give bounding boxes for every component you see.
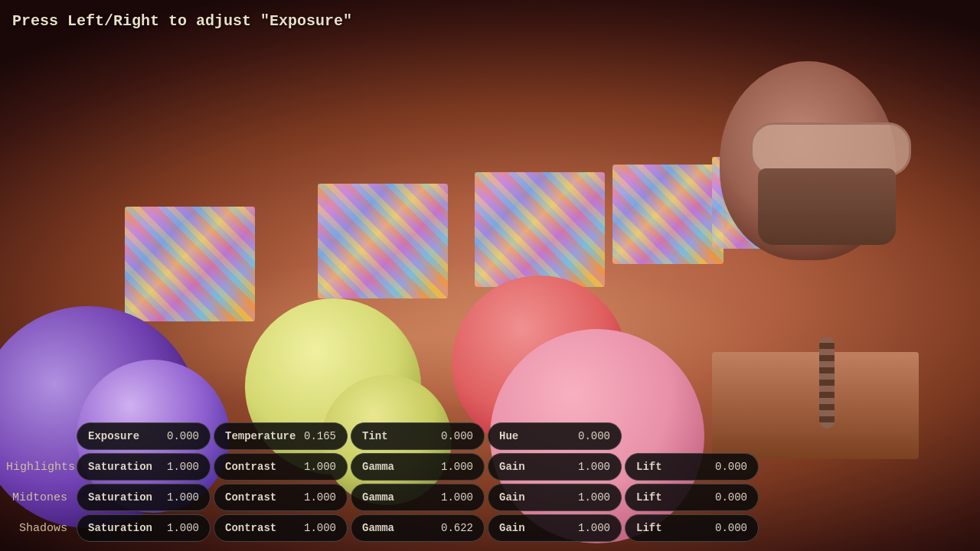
row-label-highlights: Highlights [6, 461, 74, 474]
dynamic-rows: HighlightsSaturation1.000Contrast1.000Ga… [6, 453, 974, 542]
shadows-gamma-label: Gamma [362, 522, 435, 534]
instruction-text: Press Left/Right to adjust "Exposure" [12, 12, 352, 30]
midtones-contrast-value: 1.000 [298, 491, 336, 504]
mannequin [697, 61, 934, 459]
field-highlights-saturation[interactable]: Saturation1.000 [77, 453, 211, 481]
midtones-gamma-label: Gamma [362, 491, 435, 504]
cube-1 [125, 207, 255, 321]
field-midtones-contrast[interactable]: Contrast1.000 [214, 484, 348, 511]
midtones-gain-label: Gain [499, 491, 572, 504]
highlights-contrast-label: Contrast [225, 461, 298, 473]
highlights-gain-label: Gain [499, 461, 572, 473]
shadows-gamma-value: 0.622 [435, 522, 473, 534]
field-tint[interactable]: Tint 0.000 [351, 422, 485, 450]
row-label-midtones: Midtones [6, 491, 74, 504]
shadows-contrast-label: Contrast [225, 522, 298, 534]
highlights-saturation-label: Saturation [88, 461, 161, 473]
mannequin-mask [758, 168, 896, 245]
highlights-lift-label: Lift [636, 461, 709, 473]
field-shadows-gain[interactable]: Gain1.000 [488, 514, 622, 542]
tint-value: 0.000 [435, 430, 473, 442]
shadows-contrast-value: 1.000 [298, 522, 336, 534]
shadows-lift-value: 0.000 [709, 522, 747, 534]
field-highlights-lift[interactable]: Lift0.000 [625, 453, 759, 481]
field-midtones-gamma[interactable]: Gamma1.000 [351, 484, 485, 511]
field-midtones-lift[interactable]: Lift0.000 [625, 484, 759, 511]
shadows-gain-value: 1.000 [572, 522, 610, 534]
exposure-value: 0.000 [161, 430, 199, 442]
midtones-gamma-value: 1.000 [435, 491, 473, 504]
field-shadows-contrast[interactable]: Contrast1.000 [214, 514, 348, 542]
field-shadows-gamma[interactable]: Gamma0.622 [351, 514, 485, 542]
midtones-saturation-value: 1.000 [161, 491, 199, 504]
highlights-gamma-label: Gamma [362, 461, 435, 473]
midtones-contrast-label: Contrast [225, 491, 298, 504]
midtones-lift-label: Lift [636, 491, 709, 504]
controls-row-3: ShadowsSaturation1.000Contrast1.000Gamma… [6, 514, 974, 542]
row-label-shadows: Shadows [6, 522, 74, 535]
field-highlights-gain[interactable]: Gain1.000 [488, 453, 622, 481]
midtones-lift-value: 0.000 [709, 491, 747, 504]
midtones-saturation-label: Saturation [88, 491, 161, 504]
controls-panel: Exposure 0.000 Temperature 0.165 Tint 0.… [0, 415, 980, 551]
field-highlights-gamma[interactable]: Gamma1.000 [351, 453, 485, 481]
field-midtones-gain[interactable]: Gain1.000 [488, 484, 622, 511]
exposure-label: Exposure [88, 430, 161, 442]
cube-2 [318, 184, 448, 298]
cube-3 [475, 172, 605, 287]
temperature-value: 0.165 [298, 430, 336, 442]
highlights-saturation-value: 1.000 [161, 461, 199, 473]
mannequin-head [720, 61, 896, 260]
shadows-saturation-label: Saturation [88, 522, 161, 534]
field-hue[interactable]: Hue 0.000 [488, 422, 622, 450]
midtones-gain-value: 1.000 [572, 491, 610, 504]
field-shadows-lift[interactable]: Lift0.000 [625, 514, 759, 542]
hue-label: Hue [499, 430, 572, 442]
shadows-lift-label: Lift [636, 522, 709, 534]
controls-row-1: HighlightsSaturation1.000Contrast1.000Ga… [6, 453, 974, 481]
field-shadows-saturation[interactable]: Saturation1.000 [77, 514, 211, 542]
field-temperature[interactable]: Temperature 0.165 [214, 422, 348, 450]
field-highlights-contrast[interactable]: Contrast1.000 [214, 453, 348, 481]
shadows-saturation-value: 1.000 [161, 522, 199, 534]
hue-value: 0.000 [572, 430, 610, 442]
temperature-label: Temperature [225, 430, 298, 442]
controls-row-0: Exposure 0.000 Temperature 0.165 Tint 0.… [6, 422, 974, 450]
highlights-gain-value: 1.000 [572, 461, 610, 473]
tint-label: Tint [362, 430, 435, 442]
highlights-contrast-value: 1.000 [298, 461, 336, 473]
controls-row-2: MidtonesSaturation1.000Contrast1.000Gamm… [6, 484, 974, 511]
field-midtones-saturation[interactable]: Saturation1.000 [77, 484, 211, 511]
highlights-gamma-value: 1.000 [435, 461, 473, 473]
highlights-lift-value: 0.000 [709, 461, 747, 473]
field-exposure[interactable]: Exposure 0.000 [77, 422, 211, 450]
shadows-gain-label: Gain [499, 522, 572, 534]
